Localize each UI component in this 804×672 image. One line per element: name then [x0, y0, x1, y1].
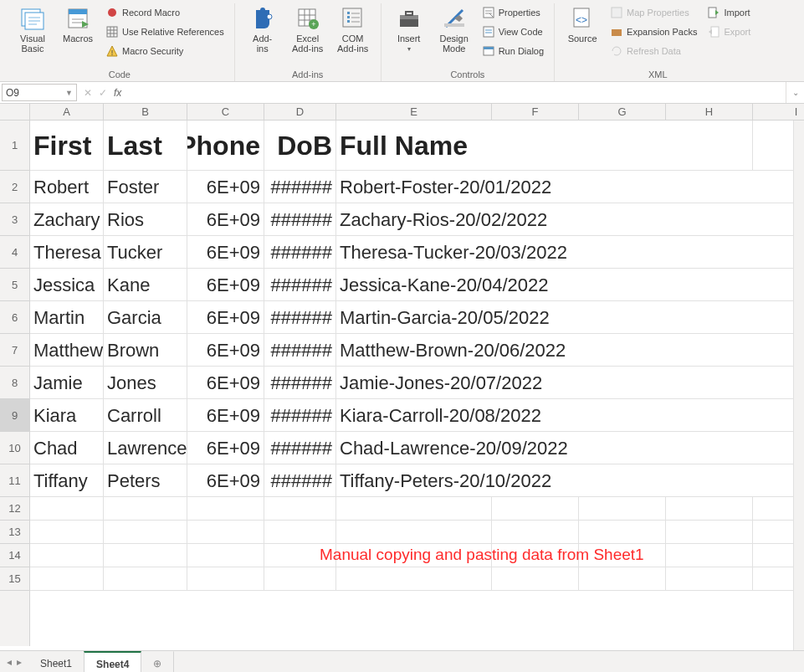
insert-button[interactable]: Insert ▾	[388, 3, 430, 54]
cell[interactable]: Matthew	[30, 334, 104, 367]
row-header[interactable]: 5	[0, 269, 29, 301]
row-header[interactable]: 12	[0, 497, 29, 521]
cell[interactable]: Martin-Garcia-20/05/2022	[336, 301, 492, 334]
properties-button[interactable]: Properties	[479, 3, 547, 22]
cell[interactable]: 6E+09	[187, 334, 264, 367]
cell[interactable]: Chad	[30, 432, 104, 464]
cell[interactable]	[104, 544, 187, 567]
cell[interactable]	[579, 567, 666, 591]
cell[interactable]: Brown	[104, 334, 187, 367]
cell[interactable]: ######	[264, 367, 336, 399]
cell[interactable]	[579, 171, 666, 203]
column-header[interactable]: I	[753, 104, 804, 120]
cell[interactable]: Jessica-Kane-20/04/2022	[336, 269, 492, 301]
cell[interactable]	[666, 567, 753, 591]
cell[interactable]	[492, 334, 579, 367]
cancel-icon[interactable]: ✕	[84, 87, 92, 99]
sheet-tab[interactable]: Sheet4	[84, 651, 141, 672]
addins-button[interactable]: Add- ins	[242, 3, 284, 55]
sheet-tab[interactable]: Sheet1	[28, 651, 84, 672]
row-header[interactable]: 4	[0, 236, 29, 269]
cell[interactable]: ######	[264, 399, 336, 432]
row-header[interactable]: 14	[0, 544, 29, 567]
cell[interactable]	[492, 301, 579, 334]
cell[interactable]	[579, 269, 666, 301]
macros-button[interactable]: Macros	[57, 3, 99, 45]
cell[interactable]: Garcia	[104, 301, 187, 334]
name-box[interactable]: O9 ▼	[2, 84, 77, 101]
row-header[interactable]: 10	[0, 432, 29, 464]
cell[interactable]	[492, 432, 579, 464]
cell[interactable]: Kiara-Carroll-20/08/2022	[336, 399, 492, 432]
cell[interactable]: Tiffany-Peters-20/10/2022	[336, 464, 492, 497]
cell[interactable]	[187, 521, 264, 544]
cell[interactable]: Kane	[104, 269, 187, 301]
cells-area[interactable]: FirstLastPhoneDoBFull NameRobertFoster6E…	[30, 121, 804, 646]
cell[interactable]	[492, 367, 579, 399]
chevron-down-icon[interactable]: ▼	[65, 89, 73, 97]
cell[interactable]	[187, 567, 264, 591]
cell[interactable]	[492, 121, 579, 171]
com-addins-button[interactable]: COM Add-ins	[332, 3, 374, 55]
cell[interactable]	[666, 236, 753, 269]
cell[interactable]	[579, 203, 666, 236]
cell[interactable]	[264, 521, 336, 544]
cell[interactable]	[492, 399, 579, 432]
cell[interactable]	[579, 432, 666, 464]
cell[interactable]: ######	[264, 301, 336, 334]
cell[interactable]: 6E+09	[187, 464, 264, 497]
cell[interactable]	[30, 567, 104, 591]
cell[interactable]: 6E+09	[187, 432, 264, 464]
cell[interactable]	[30, 544, 104, 567]
cell[interactable]	[336, 497, 492, 521]
cell[interactable]: Last	[104, 121, 187, 171]
cell[interactable]: 6E+09	[187, 203, 264, 236]
cell[interactable]: Kiara	[30, 399, 104, 432]
row-header[interactable]: 15	[0, 567, 29, 591]
cell[interactable]	[492, 269, 579, 301]
cell[interactable]: ######	[264, 269, 336, 301]
cell[interactable]: First	[30, 121, 104, 171]
cell[interactable]	[492, 171, 579, 203]
run-dialog-button[interactable]: Run Dialog	[479, 42, 547, 60]
row-header[interactable]: 9	[0, 399, 29, 432]
cell[interactable]: Tiffany	[30, 464, 104, 497]
select-all-corner[interactable]	[0, 104, 30, 121]
cell[interactable]	[666, 301, 753, 334]
cell[interactable]: 6E+09	[187, 367, 264, 399]
cell[interactable]: ######	[264, 236, 336, 269]
worksheet-grid[interactable]: ABCDEFGHI 123456789101112131415 FirstLas…	[0, 104, 804, 646]
cell[interactable]: Full Name	[336, 121, 492, 171]
cell[interactable]: Jamie-Jones-20/07/2022	[336, 367, 492, 399]
cell[interactable]: Carroll	[104, 399, 187, 432]
cell[interactable]: Chad-Lawrence-20/09/2022	[336, 432, 492, 464]
cell[interactable]	[492, 203, 579, 236]
row-header[interactable]: 1	[0, 121, 29, 171]
cell[interactable]: DoB	[264, 121, 336, 171]
cell[interactable]: Jamie	[30, 367, 104, 399]
column-header[interactable]: F	[492, 104, 579, 120]
cell[interactable]	[492, 521, 579, 544]
cell[interactable]: 6E+09	[187, 301, 264, 334]
cell[interactable]: Robert-Foster-20/01/2022	[336, 171, 492, 203]
cell[interactable]: 6E+09	[187, 399, 264, 432]
cell[interactable]: Tucker	[104, 236, 187, 269]
cell[interactable]	[666, 334, 753, 367]
cell[interactable]: Zachary	[30, 203, 104, 236]
enter-icon[interactable]: ✓	[99, 87, 107, 99]
column-header[interactable]: A	[30, 104, 104, 120]
cell[interactable]: Lawrence	[104, 432, 187, 464]
cell[interactable]	[30, 497, 104, 521]
row-header[interactable]: 3	[0, 203, 29, 236]
cell[interactable]	[104, 497, 187, 521]
excel-addins-button[interactable]: + Excel Add-ins	[287, 3, 329, 55]
cell[interactable]	[336, 521, 492, 544]
row-header[interactable]: 11	[0, 464, 29, 497]
cell[interactable]: ######	[264, 432, 336, 464]
tab-nav[interactable]: ◂ ▸	[0, 651, 28, 672]
cell[interactable]	[492, 464, 579, 497]
visual-basic-button[interactable]: Visual Basic	[12, 3, 54, 55]
cell[interactable]	[666, 521, 753, 544]
add-sheet-button[interactable]: ⊕	[141, 651, 174, 672]
cell[interactable]	[666, 203, 753, 236]
